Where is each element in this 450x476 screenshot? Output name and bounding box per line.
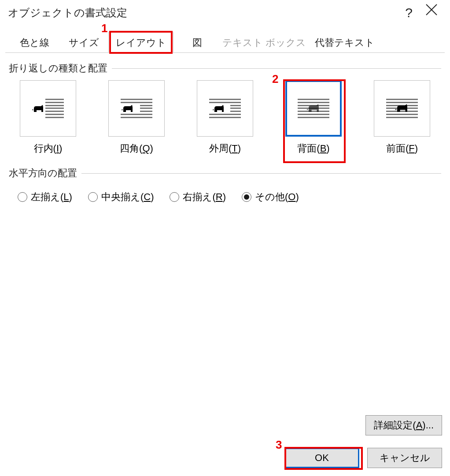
wrap-option-label: 背面(B)	[280, 142, 347, 155]
section-alignment-title: 水平方向の配置	[9, 167, 81, 180]
wrap-inline-icon	[32, 98, 64, 119]
advanced-button[interactable]: 詳細設定(A)...	[365, 415, 442, 435]
close-icon	[424, 2, 439, 18]
annotation-number-3: 3	[276, 438, 282, 452]
tab-size[interactable]: サイズ	[59, 32, 108, 53]
wrap-option-behind[interactable]: 背面(B)	[280, 80, 347, 155]
align-left-radio[interactable]: 左揃え(L)	[18, 190, 72, 204]
wrap-option-front[interactable]: 前面(F)	[369, 80, 435, 155]
ok-button[interactable]: OK	[284, 448, 359, 468]
align-right-radio[interactable]: 右揃え(R)	[170, 190, 226, 204]
tab-textbox: テキスト ボックス	[221, 32, 307, 53]
tab-picture[interactable]: 図	[173, 32, 221, 53]
align-other-radio[interactable]: その他(O)	[242, 190, 299, 204]
wrap-option-tight[interactable]: 外周(T)	[192, 80, 258, 155]
dialog-titlebar: オブジェクトの書式設定 ?	[0, 0, 450, 26]
wrap-options-row: 行内(I) 四角(Q) 外周(T)	[0, 75, 450, 155]
wrap-option-square[interactable]: 四角(Q)	[103, 80, 170, 155]
section-alignment: 水平方向の配置	[9, 167, 441, 180]
tab-bar: 色と線 サイズ レイアウト 図 テキスト ボックス 代替テキスト	[0, 31, 450, 53]
wrap-square-icon	[121, 98, 152, 119]
section-wrapping: 折り返しの種類と配置	[9, 62, 441, 75]
wrap-option-label: 外周(T)	[192, 142, 258, 155]
help-button[interactable]: ?	[405, 5, 413, 20]
alignment-options-row: 左揃え(L) 中央揃え(C) 右揃え(R) その他(O)	[0, 180, 450, 204]
advanced-button-row: 詳細設定(A)...	[365, 415, 442, 435]
dialog-button-row: OK キャンセル	[284, 448, 442, 468]
tab-color-lines[interactable]: 色と線	[10, 32, 59, 53]
wrap-front-icon	[386, 98, 418, 119]
close-button[interactable]	[424, 2, 439, 18]
wrap-option-inline[interactable]: 行内(I)	[15, 80, 81, 155]
cancel-button[interactable]: キャンセル	[367, 448, 442, 468]
wrap-behind-icon	[298, 98, 329, 119]
wrap-option-label: 四角(Q)	[103, 142, 170, 155]
tab-alt-text[interactable]: 代替テキスト	[307, 32, 382, 53]
section-wrapping-title: 折り返しの種類と配置	[9, 62, 112, 75]
wrap-option-label: 行内(I)	[15, 142, 81, 155]
wrap-tight-icon	[209, 98, 241, 119]
wrap-option-label: 前面(F)	[369, 142, 435, 155]
tab-layout[interactable]: レイアウト	[108, 32, 173, 53]
dialog-title: オブジェクトの書式設定	[8, 6, 127, 20]
align-center-radio[interactable]: 中央揃え(C)	[88, 190, 154, 204]
